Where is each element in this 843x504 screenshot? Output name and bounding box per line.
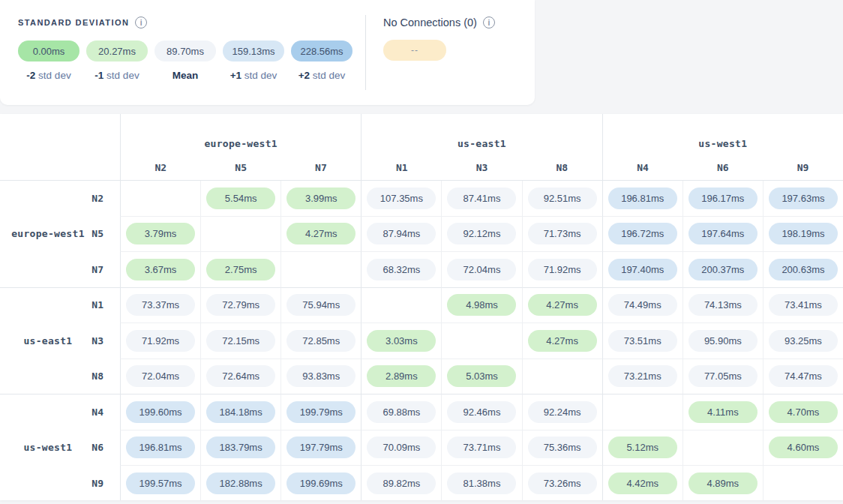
latency-pill[interactable]: 70.09ms — [367, 436, 436, 458]
legend-label-num: +1 — [230, 70, 242, 81]
latency-pill[interactable]: 197.40ms — [608, 259, 677, 280]
latency-pill[interactable]: 73.21ms — [608, 365, 677, 387]
latency-pill[interactable]: 77.05ms — [688, 365, 758, 387]
latency-pill[interactable]: 3.79ms — [126, 223, 195, 244]
latency-cell: 69.88ms — [361, 394, 441, 430]
latency-pill[interactable]: 72.64ms — [206, 365, 275, 387]
latency-pill[interactable]: 182.88ms — [206, 472, 275, 494]
latency-pill[interactable]: 4.27ms — [528, 294, 597, 316]
latency-pill[interactable]: 107.35ms — [367, 188, 436, 209]
latency-pill[interactable]: 4.27ms — [286, 223, 356, 244]
latency-pill[interactable]: 199.60ms — [126, 401, 195, 423]
latency-cell: 199.69ms — [280, 466, 361, 500]
latency-pill[interactable]: 200.63ms — [769, 259, 838, 280]
latency-pill[interactable]: 4.42ms — [608, 472, 677, 494]
latency-pill[interactable]: 72.15ms — [206, 330, 275, 352]
latency-pill[interactable]: 87.94ms — [367, 223, 436, 244]
latency-pill[interactable]: 3.67ms — [126, 259, 195, 280]
latency-pill[interactable]: 4.98ms — [447, 294, 516, 316]
latency-pill[interactable]: 71.92ms — [528, 259, 597, 280]
latency-pill[interactable]: 2.75ms — [206, 259, 275, 280]
latency-pill[interactable]: 197.79ms — [286, 436, 356, 458]
latency-cell — [682, 430, 763, 466]
latency-pill[interactable]: 93.83ms — [286, 365, 356, 387]
row-region-label: europe-west1 — [0, 228, 96, 239]
latency-pill[interactable]: 75.94ms — [286, 294, 356, 316]
latency-pill[interactable]: 68.32ms — [367, 259, 436, 280]
latency-pill[interactable]: 92.51ms — [528, 188, 597, 209]
row-header-cell: europe-west1N5 — [0, 217, 120, 253]
latency-pill[interactable]: 2.89ms — [367, 365, 436, 387]
latency-cell: 73.21ms — [602, 359, 682, 395]
latency-cell: 5.03ms — [441, 359, 521, 395]
latency-pill[interactable]: 4.89ms — [688, 472, 758, 494]
info-icon[interactable]: i — [483, 16, 495, 28]
latency-pill[interactable]: 89.82ms — [367, 472, 436, 494]
latency-pill[interactable]: 3.99ms — [286, 188, 356, 209]
latency-pill[interactable]: 73.37ms — [126, 294, 195, 316]
latency-cell: 196.72ms — [602, 217, 682, 253]
latency-cell: 3.03ms — [361, 323, 441, 359]
latency-pill[interactable]: 74.47ms — [769, 365, 838, 387]
latency-pill[interactable]: 93.25ms — [769, 330, 838, 352]
row-node-label: N2 — [92, 193, 120, 204]
latency-pill[interactable]: 196.72ms — [608, 223, 677, 244]
col-region-group: us-east1N1N3N8 — [361, 114, 602, 180]
latency-pill[interactable]: 81.38ms — [447, 472, 516, 494]
latency-cell: 73.26ms — [522, 466, 602, 500]
latency-cell: 74.13ms — [682, 288, 763, 324]
latency-cell: 4.89ms — [682, 466, 763, 500]
latency-cell: 71.92ms — [522, 252, 602, 288]
latency-pill[interactable]: 3.03ms — [367, 330, 436, 352]
latency-pill[interactable]: 95.90ms — [688, 330, 758, 352]
latency-pill[interactable]: 73.51ms — [608, 330, 677, 352]
latency-pill[interactable]: 74.13ms — [688, 294, 758, 316]
latency-pill[interactable]: 5.03ms — [447, 365, 516, 387]
latency-pill[interactable]: 87.41ms — [447, 188, 516, 209]
latency-pill[interactable]: 5.54ms — [206, 188, 275, 209]
latency-pill[interactable]: 73.71ms — [447, 436, 516, 458]
latency-pill[interactable]: 199.69ms — [286, 472, 356, 494]
latency-pill[interactable]: 199.79ms — [286, 401, 356, 423]
latency-pill[interactable]: 5.12ms — [608, 436, 677, 458]
latency-pill[interactable]: 184.18ms — [206, 401, 275, 423]
latency-pill[interactable]: 73.26ms — [528, 472, 597, 494]
latency-pill[interactable]: 92.12ms — [447, 223, 516, 244]
latency-pill[interactable]: 196.81ms — [608, 188, 677, 209]
latency-pill[interactable]: 196.81ms — [126, 436, 195, 458]
latency-pill[interactable]: 72.04ms — [126, 365, 195, 387]
latency-pill[interactable]: 196.17ms — [688, 188, 758, 209]
latency-pill[interactable]: 71.73ms — [528, 223, 597, 244]
latency-pill[interactable]: 4.11ms — [688, 401, 758, 423]
latency-pill[interactable]: 72.85ms — [286, 330, 356, 352]
latency-pill[interactable]: 71.92ms — [126, 330, 195, 352]
latency-pill[interactable]: 197.64ms — [688, 223, 758, 244]
info-icon[interactable]: i — [135, 16, 147, 28]
latency-pill[interactable]: 74.49ms — [608, 294, 677, 316]
latency-pill[interactable]: 197.63ms — [769, 188, 838, 209]
latency-pill[interactable]: 75.36ms — [528, 436, 597, 458]
latency-pill[interactable]: 200.37ms — [688, 259, 758, 280]
latency-pill[interactable]: 73.41ms — [769, 294, 838, 316]
latency-pill[interactable]: 183.79ms — [206, 436, 275, 458]
col-region-group: us-west1N4N6N9 — [602, 114, 843, 180]
latency-pill[interactable]: 4.60ms — [769, 436, 838, 458]
col-node-row: N1N3N8 — [362, 154, 602, 180]
latency-cell: 4.11ms — [682, 394, 763, 430]
latency-cell — [120, 181, 200, 217]
latency-pill[interactable]: 92.46ms — [447, 401, 516, 423]
legend-label: -1 std dev — [94, 70, 139, 81]
latency-pill[interactable]: 4.27ms — [528, 330, 597, 352]
latency-pill[interactable]: 69.88ms — [367, 401, 436, 423]
latency-pill[interactable]: 199.57ms — [126, 472, 195, 494]
row-node-label: N4 — [92, 406, 120, 418]
row-header-cell: N9 — [0, 466, 120, 500]
latency-pill[interactable]: 4.70ms — [769, 401, 838, 423]
latency-pill[interactable]: 198.19ms — [769, 223, 838, 244]
legend-stop: 159.13ms+1 std dev — [223, 40, 284, 81]
latency-pill[interactable]: 72.04ms — [447, 259, 516, 280]
latency-pill[interactable]: 72.79ms — [206, 294, 275, 316]
latency-cell: 73.41ms — [763, 288, 843, 324]
latency-pill[interactable]: 92.24ms — [528, 401, 597, 423]
latency-cell: 87.41ms — [441, 181, 521, 217]
